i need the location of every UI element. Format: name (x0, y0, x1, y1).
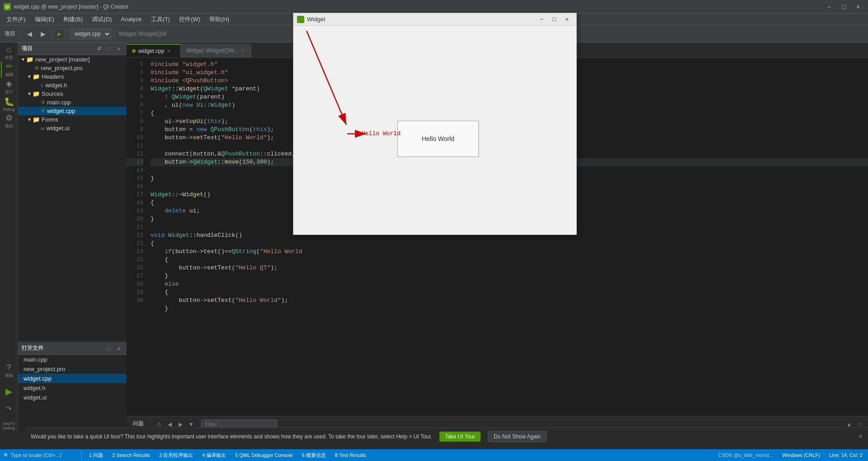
sidebar-step-button[interactable]: ↷ (1, 400, 17, 417)
menu-analyze[interactable]: Analyze (116, 14, 146, 25)
maximize-button[interactable]: □ (837, 2, 850, 11)
toolbar-project-label: 项目 (2, 30, 18, 38)
locate-text: Type to locate (Ctrl+...) (11, 452, 61, 458)
status-compile[interactable]: 4 编译输出 (200, 452, 228, 459)
tab-close-widget-cpp[interactable]: × (167, 47, 170, 55)
close-button[interactable]: × (852, 2, 864, 11)
tab-widget-cpp[interactable]: widget.cpp × (127, 44, 181, 57)
h-file-icon: h (41, 83, 43, 88)
sidebar-item-welcome[interactable]: ⌂ 欢迎 (1, 44, 17, 61)
open-file-widget-ui[interactable]: widget.ui (18, 393, 127, 402)
menu-edit[interactable]: 编辑(E) (30, 14, 59, 25)
qt-window-title-bar: Widget − □ × (293, 13, 576, 26)
tree-widget-cpp[interactable]: ⚙ widget.cpp (18, 107, 127, 115)
toolbar-function-selector[interactable]: Widget::Widget(QW (116, 31, 170, 37)
tab-constructor-label: Widget::Widget(QW... (186, 47, 238, 54)
menu-file[interactable]: 文件(F) (2, 14, 30, 25)
toolbar-separator-4 (113, 28, 114, 39)
tab-close-constructor[interactable]: × (241, 47, 245, 54)
open-file-pro[interactable]: new_project.pro (18, 364, 127, 374)
cpp-main-icon: ⚙ (41, 99, 45, 105)
tour-close-button[interactable]: × (859, 433, 863, 441)
hello-world-button-label: Hello World (422, 135, 454, 142)
debug-mode-label: new"ctDebug (3, 421, 15, 432)
sidebar-item-design[interactable]: ◈ 设计 (1, 79, 17, 95)
qt-minimize-button[interactable]: − (536, 15, 547, 24)
tree-main-cpp[interactable]: ⚙ main.cpp (18, 98, 127, 107)
title-bar-controls: − □ × (823, 2, 864, 11)
toolbar-separator-3 (67, 28, 67, 39)
tree-sources-folder[interactable]: ▼ 📁 Sources (18, 89, 127, 98)
project-icon: ⚙ (5, 113, 13, 123)
tree-arrow-root: ▼ (20, 57, 26, 62)
tree-widget-h-label: widget.h (45, 82, 67, 89)
title-bar: Qt widget.cpp @ new_project [master] - Q… (0, 0, 868, 14)
app-icon: Qt (4, 3, 11, 10)
sidebar-item-project[interactable]: ⚙ 项目 (1, 113, 17, 129)
status-overview[interactable]: 6 概要信息 (300, 452, 328, 459)
status-qml[interactable]: 5 QML Debugger Console (233, 452, 294, 458)
tree-main-cpp-label: main.cpp (47, 99, 71, 106)
open-files-panel: 打开文件 □ × main.cpp new_project.pro widget… (18, 342, 127, 432)
tree-pro-label: new_project.pro (41, 65, 83, 71)
help-icon: ? (6, 363, 11, 372)
tree-forms-folder[interactable]: ▼ 📁 Forms (18, 115, 127, 124)
status-search[interactable]: 2 Search Results (110, 452, 152, 458)
panel-expand-button[interactable]: □ (105, 45, 113, 53)
tree-headers-folder[interactable]: ▼ 📁 Headers (18, 72, 127, 81)
toolbar-separator-2 (52, 28, 52, 39)
tour-no-button[interactable]: Do Not Show Again (488, 431, 547, 442)
open-file-widget-h[interactable]: widget.h (18, 383, 127, 393)
ui-file-icon: ui (41, 126, 45, 131)
tour-yes-button[interactable]: Take UI Tour (439, 432, 481, 442)
status-encoding[interactable]: Windows (CRLF) (780, 452, 822, 458)
hello-world-button[interactable]: Hello World (397, 121, 479, 157)
sidebar-run-button[interactable]: ▶ (1, 383, 17, 400)
tab-widget-constructor[interactable]: Widget::Widget(QW... × (181, 44, 251, 57)
cpp-widget-icon: ⚙ (41, 108, 45, 114)
toolbar-run-button[interactable]: ▶ (54, 28, 65, 39)
qt-window-controls: − □ × (536, 15, 573, 24)
locate-icon: 🔍 (4, 453, 9, 458)
sidebar-item-edit[interactable]: ✏ 编辑 (1, 61, 17, 78)
menu-help[interactable]: 帮助(H) (205, 14, 234, 25)
open-files-expand[interactable]: □ (105, 344, 113, 353)
toolbar-forward-button[interactable]: ▶ (37, 28, 49, 40)
tree-widget-h[interactable]: h widget.h (18, 81, 127, 89)
tree-widget-ui-label: widget.ui (47, 125, 70, 132)
status-tests[interactable]: 8 Test Results (333, 452, 368, 458)
menu-tools[interactable]: 工具(T) (146, 14, 175, 25)
tree-arrow-headers: ▼ (26, 74, 33, 79)
qt-window-title: Widget (297, 16, 325, 23)
sidebar-item-debug[interactable]: 🐛 Debug (1, 96, 17, 112)
panel-sync-button[interactable]: ⇄ (95, 45, 103, 53)
status-position[interactable]: Line: 14, Col: 2 (827, 452, 864, 458)
open-file-widget-cpp[interactable]: widget.cpp (18, 374, 127, 383)
headers-folder-icon: 📁 (33, 73, 40, 80)
status-problems[interactable]: 1 问题 (87, 452, 105, 459)
toolbar-back-button[interactable]: ◀ (23, 28, 36, 40)
panel-close-button[interactable]: × (115, 45, 123, 53)
open-file-main[interactable]: main.cpp (18, 355, 127, 364)
sidebar-item-help[interactable]: ? 帮助 (1, 362, 17, 379)
left-panel: 项目 ⇄ □ × ▼ 📁 new_project [master] ⚙ new_… (18, 42, 127, 432)
tree-root[interactable]: ▼ 📁 new_project [master] (18, 55, 127, 64)
status-app-output[interactable]: 3 应用程序输出 (157, 452, 195, 459)
edit-icon: ✏ (6, 61, 13, 71)
menu-build[interactable]: 构建(B) (59, 14, 87, 25)
qt-content: Hello World (293, 26, 576, 235)
menu-widgets[interactable]: 控件(W) (175, 14, 205, 25)
project-tree-title: 项目 (22, 45, 33, 52)
open-files-close[interactable]: × (115, 344, 123, 353)
tree-pro-file[interactable]: ⚙ new_project.pro (18, 64, 127, 72)
tree-forms-label: Forms (42, 116, 58, 123)
title-bar-left: Qt widget.cpp @ new_project [master] - Q… (4, 3, 128, 10)
line-numbers: 12345 678910 1112131415 1617181920 21222… (127, 58, 147, 416)
tree-widget-ui[interactable]: ui widget.ui (18, 124, 127, 132)
open-files-title: 打开文件 (22, 344, 43, 352)
qt-close-button[interactable]: × (561, 15, 573, 24)
menu-debug[interactable]: 调试(D) (87, 14, 116, 25)
qt-maximize-button[interactable]: □ (548, 15, 560, 24)
minimize-button[interactable]: − (823, 2, 835, 11)
toolbar-file-selector[interactable]: widget.cpp (70, 28, 111, 39)
